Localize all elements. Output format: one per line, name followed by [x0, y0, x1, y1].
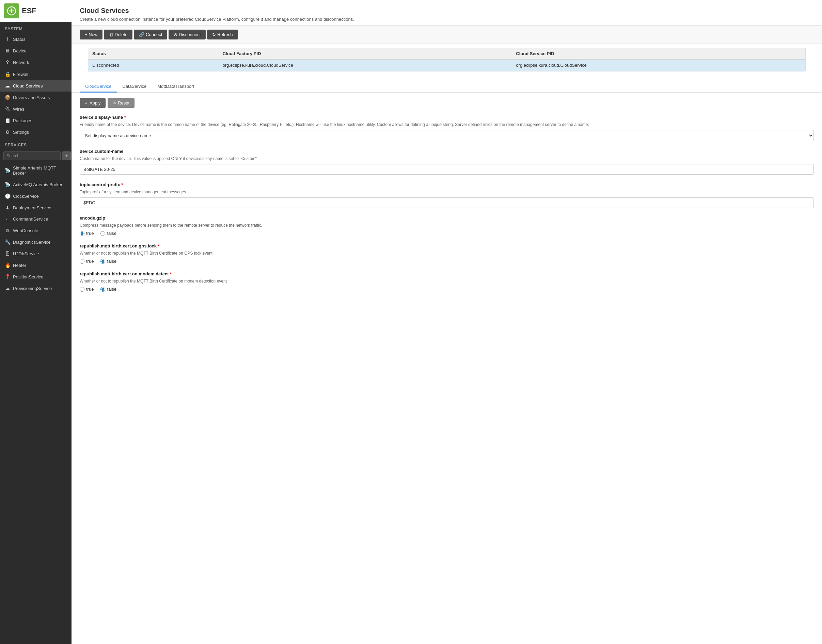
sidebar-item-simple-artemis[interactable]: 📡 Simple Artemis MQTT Broker: [0, 163, 72, 179]
col-header-status: Status: [88, 48, 219, 59]
sidebar-item-label: Drivers and Assets: [13, 95, 50, 100]
add-service-button[interactable]: +: [62, 152, 71, 160]
provisioning-icon: ☁: [5, 285, 10, 291]
new-button[interactable]: + New: [80, 30, 103, 40]
sidebar-item-label: DeploymentService: [13, 205, 51, 210]
republish-gps-lock-true-label[interactable]: true: [80, 259, 94, 264]
firewall-icon: 🔒: [5, 72, 10, 77]
field-label-republish-modem-detect: republish.mqtt.birth.cert.on.modem.detec…: [80, 271, 814, 276]
tab-cloudservice[interactable]: CloudService: [80, 81, 117, 93]
sidebar-item-settings[interactable]: ⚙ Settings: [0, 126, 72, 138]
deployment-icon: ⬇: [5, 205, 10, 210]
republish-gps-lock-true-radio[interactable]: [80, 259, 85, 264]
republish-gps-lock-false-radio[interactable]: [100, 259, 105, 264]
config-area: ✓ Apply ✕ Reset device.display-name * Fr…: [72, 93, 822, 305]
sidebar-item-provisioningservice[interactable]: ☁ ProvisioningService: [0, 282, 72, 294]
field-republish-modem-detect: republish.mqtt.birth.cert.on.modem.detec…: [80, 271, 814, 292]
encode-gzip-false-radio[interactable]: [100, 231, 105, 236]
device-icon: 🖥: [5, 48, 10, 54]
sidebar-item-webconsole[interactable]: 🖥 WebConsole: [0, 225, 72, 236]
logo-box: [4, 3, 19, 18]
field-desc-device-display-name: Friendly name of the device. Device name…: [80, 121, 814, 128]
sidebar-item-packages[interactable]: 📋 Packages: [0, 115, 72, 126]
sidebar-item-label: ClockService: [13, 194, 39, 199]
sidebar-item-status[interactable]: ! Status: [0, 33, 72, 45]
field-device-custom-name: device.custom-name Custom name for the d…: [80, 149, 814, 175]
tabs-list: CloudService DataService MqttDataTranspo…: [80, 81, 814, 92]
network-icon: [5, 60, 10, 65]
encode-gzip-true-label[interactable]: true: [80, 231, 94, 236]
sidebar-item-label: H2DbService: [13, 251, 39, 256]
sidebar-item-label: Settings: [13, 130, 29, 135]
h2db-icon: 🗄: [5, 251, 10, 256]
logo-text: ESF: [22, 6, 37, 15]
col-header-service-pid: Cloud Service PID: [512, 48, 805, 59]
tabs-area: CloudService DataService MqttDataTranspo…: [72, 75, 822, 93]
sidebar-item-label: Simple Artemis MQTT Broker: [13, 166, 67, 176]
exclamation-icon: !: [5, 37, 10, 42]
device-custom-name-input[interactable]: [80, 164, 814, 175]
field-desc-topic-control-prefix: Topic prefix for system and device manag…: [80, 189, 814, 195]
sidebar-item-heater[interactable]: 🔥 Heater: [0, 259, 72, 271]
topic-control-prefix-input[interactable]: [80, 198, 814, 208]
sidebar-item-firewall[interactable]: 🔒 Firewall: [0, 68, 72, 80]
sidebar-item-deploymentservice[interactable]: ⬇ DeploymentService: [0, 202, 72, 213]
field-label-device-custom-name: device.custom-name: [80, 149, 814, 154]
sidebar-item-h2dbservice[interactable]: 🗄 H2DbService: [0, 248, 72, 259]
main-content: Cloud Services Create a new cloud connec…: [72, 0, 822, 644]
sidebar-item-label: DiagnosticsService: [13, 240, 51, 245]
encode-gzip-true-radio[interactable]: [80, 231, 85, 236]
activemq-icon: 📡: [5, 182, 10, 187]
republish-modem-detect-false-label[interactable]: false: [100, 287, 116, 292]
wires-icon: 🔌: [5, 106, 10, 112]
field-desc-republish-gps-lock: Whether or not to republish the MQTT Bir…: [80, 250, 814, 256]
tab-mqttdatatransport[interactable]: MqttDataTransport: [152, 81, 200, 93]
packages-icon: 📋: [5, 118, 10, 123]
field-topic-control-prefix: topic.control-prefix * Topic prefix for …: [80, 182, 814, 208]
sidebar-item-positionservice[interactable]: 📍 PositionService: [0, 271, 72, 282]
sidebar-item-activemq-artemis[interactable]: 📡 ActiveMQ Artemis Broker: [0, 179, 72, 190]
sidebar-item-label: Packages: [13, 118, 32, 123]
sidebar-item-label: Network: [13, 60, 29, 65]
heater-icon: 🔥: [5, 262, 10, 268]
page-subtitle: Create a new cloud connection instance f…: [80, 17, 814, 22]
republish-modem-detect-true-radio[interactable]: [80, 287, 85, 292]
device-display-name-select[interactable]: Set display name as device name: [80, 130, 814, 141]
cell-factory-pid: org.eclipse.kura.cloud.CloudService: [219, 59, 512, 71]
sidebar-item-commandservice[interactable]: ›_ CommandService: [0, 213, 72, 225]
republish-modem-detect-true-label[interactable]: true: [80, 287, 94, 292]
sidebar-item-device[interactable]: 🖥 Device: [0, 45, 72, 57]
search-input[interactable]: [3, 152, 61, 160]
toolbar: + New 🗑 Delete 🔗 Connect ⊙ Disconnect ↻ …: [72, 26, 822, 44]
apply-button[interactable]: ✓ Apply: [80, 98, 106, 108]
encode-gzip-radio-group: true false: [80, 231, 814, 236]
sidebar-item-label: Heater: [13, 263, 26, 268]
field-label-encode-gzip: encode.gzip: [80, 215, 814, 221]
sidebar-item-label: Device: [13, 48, 26, 54]
cell-service-pid: org.eclipse.kura.cloud.CloudService: [512, 59, 805, 71]
refresh-button[interactable]: ↻ Refresh: [207, 30, 238, 40]
sidebar-item-wires[interactable]: 🔌 Wires: [0, 103, 72, 115]
page-header: Cloud Services Create a new cloud connec…: [72, 0, 822, 26]
reset-button[interactable]: ✕ Reset: [108, 98, 135, 108]
connect-button[interactable]: 🔗 Connect: [134, 30, 167, 40]
republish-gps-lock-false-label[interactable]: false: [100, 259, 116, 264]
sidebar-item-network[interactable]: Network: [0, 57, 72, 68]
sidebar-item-drivers-assets[interactable]: 📦 Drivers and Assets: [0, 92, 72, 103]
system-section-title: System: [0, 22, 72, 33]
table-row[interactable]: Disconnected org.eclipse.kura.cloud.Clou…: [88, 59, 805, 71]
sidebar-item-diagnosticsservice[interactable]: 🔧 DiagnosticsService: [0, 236, 72, 248]
field-device-display-name: device.display-name * Friendly name of t…: [80, 115, 814, 141]
republish-modem-detect-false-radio[interactable]: [100, 287, 105, 292]
tab-dataservice[interactable]: DataService: [117, 81, 152, 93]
sidebar-item-label: CommandService: [13, 216, 48, 222]
delete-button[interactable]: 🗑 Delete: [104, 30, 132, 40]
disconnect-button[interactable]: ⊙ Disconnect: [169, 30, 206, 40]
cell-status: Disconnected: [88, 59, 219, 71]
encode-gzip-false-label[interactable]: false: [100, 231, 116, 236]
sidebar-item-label: Wires: [13, 107, 24, 112]
logo-area: ESF: [0, 0, 72, 22]
sidebar-item-clockservice[interactable]: 🕐 ClockService: [0, 190, 72, 202]
republish-gps-lock-radio-group: true false: [80, 259, 814, 264]
sidebar-item-cloud-services[interactable]: ☁ Cloud Services: [0, 80, 72, 92]
